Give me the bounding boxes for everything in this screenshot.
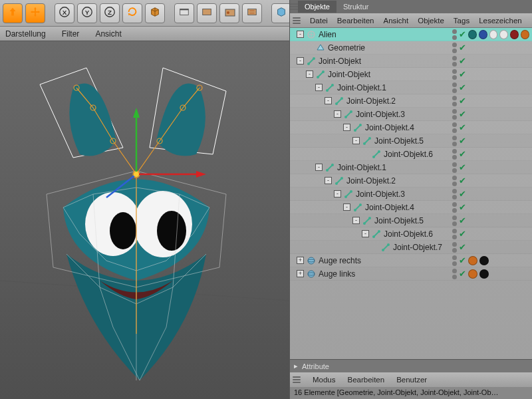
tree-row[interactable]: -Joint-Objekt.2✔ xyxy=(290,94,532,108)
visibility-dots[interactable] xyxy=(452,56,457,66)
enable-check-icon[interactable]: ✔ xyxy=(459,84,466,91)
enable-check-icon[interactable]: ✔ xyxy=(459,31,466,38)
tree-row[interactable]: -Joint-Objekt.5✔ xyxy=(290,214,532,227)
menu-datei[interactable]: Datei xyxy=(310,17,328,25)
enable-check-icon[interactable]: ✔ xyxy=(459,244,466,251)
visibility-dots[interactable] xyxy=(452,149,457,160)
toolbar-prim-button[interactable] xyxy=(271,3,291,23)
tree-row[interactable]: Geometrie✔ xyxy=(290,41,532,55)
enable-check-icon[interactable]: ✔ xyxy=(459,98,466,104)
tree-row[interactable]: -Joint-Objekt.1✔ xyxy=(290,81,532,94)
tab-objekte[interactable]: Objekte xyxy=(298,1,336,13)
attr-menu-modus[interactable]: Modus xyxy=(313,376,336,384)
visibility-dots[interactable] xyxy=(452,122,457,133)
tree-row[interactable]: -Joint-Objekt.4✔ xyxy=(290,121,532,134)
tag-icon[interactable] xyxy=(489,30,498,39)
enable-check-icon[interactable]: ✔ xyxy=(459,58,466,65)
expand-toggle[interactable]: - xyxy=(334,190,341,198)
tree-row[interactable]: -Joint-Objekt.3✔ xyxy=(290,188,532,201)
expand-toggle[interactable]: - xyxy=(306,70,313,78)
tree-row[interactable]: +Auge links✔ xyxy=(290,267,532,281)
tag-icon[interactable] xyxy=(479,256,489,265)
attr-menu-bearbeiten[interactable]: Bearbeiten xyxy=(348,376,385,384)
tree-row[interactable]: -Alien✔ xyxy=(290,28,532,41)
menu-tags[interactable]: Tags xyxy=(454,17,469,25)
visibility-dots[interactable] xyxy=(452,269,457,279)
enable-check-icon[interactable]: ✔ xyxy=(459,217,466,224)
tree-row[interactable]: Joint-Objekt.6✔ xyxy=(290,148,532,161)
enable-check-icon[interactable]: ✔ xyxy=(459,231,466,237)
menu-gripper-icon[interactable] xyxy=(293,17,301,24)
visibility-dots[interactable] xyxy=(452,215,457,226)
visibility-dots[interactable] xyxy=(452,189,457,200)
viewport-menu-item[interactable]: Ansicht xyxy=(95,29,121,39)
toolbar-rotate1-button[interactable] xyxy=(122,3,142,23)
toolbar-x-button[interactable]: X xyxy=(55,3,74,23)
visibility-dots[interactable] xyxy=(452,82,457,93)
tree-row[interactable]: -Joint-Objekt✔ xyxy=(290,55,532,68)
tree-row[interactable]: -Joint-Objekt.5✔ xyxy=(290,134,532,148)
enable-check-icon[interactable]: ✔ xyxy=(459,191,466,198)
expand-toggle[interactable]: - xyxy=(343,124,350,131)
expand-toggle[interactable]: - xyxy=(315,84,323,91)
visibility-dots[interactable] xyxy=(452,69,457,80)
expand-toggle[interactable]: - xyxy=(315,164,323,171)
tag-icon[interactable] xyxy=(499,30,508,39)
enable-check-icon[interactable]: ✔ xyxy=(459,164,466,171)
tag-icon[interactable] xyxy=(468,269,477,279)
tree-row[interactable]: -Joint-Objekt.3✔ xyxy=(290,108,532,121)
expand-toggle[interactable]: - xyxy=(343,203,350,211)
toolbar-up-button[interactable] xyxy=(3,3,23,23)
tag-icon[interactable] xyxy=(468,256,477,265)
expand-toggle[interactable]: - xyxy=(362,230,369,237)
tag-icon[interactable] xyxy=(510,30,519,39)
tag-icon[interactable] xyxy=(479,269,489,279)
tree-row[interactable]: -Joint-Objekt✔ xyxy=(290,68,532,81)
panel-gripper-icon[interactable] xyxy=(290,3,298,10)
enable-check-icon[interactable]: ✔ xyxy=(459,111,466,118)
visibility-dots[interactable] xyxy=(452,255,457,266)
object-tree[interactable]: -Alien✔Geometrie✔-Joint-Objekt✔-Joint-Ob… xyxy=(290,28,532,359)
enable-check-icon[interactable]: ✔ xyxy=(459,124,466,131)
visibility-dots[interactable] xyxy=(452,229,457,239)
viewport-menu-item[interactable]: Darstellung xyxy=(5,29,46,39)
3d-viewport[interactable] xyxy=(0,41,289,399)
toolbar-y-button[interactable]: Y xyxy=(77,3,97,23)
toolbar-move-button[interactable] xyxy=(25,3,45,23)
enable-check-icon[interactable]: ✔ xyxy=(459,138,466,144)
tree-row[interactable]: Joint-Objekt.7✔ xyxy=(290,241,532,254)
visibility-dots[interactable] xyxy=(452,96,457,106)
expand-toggle[interactable]: - xyxy=(325,177,332,184)
attributes-header[interactable]: ▸ Attribute xyxy=(290,359,532,372)
enable-check-icon[interactable]: ✔ xyxy=(459,178,466,184)
tree-row[interactable]: +Auge rechts✔ xyxy=(290,254,532,267)
visibility-dots[interactable] xyxy=(452,176,457,186)
enable-check-icon[interactable]: ✔ xyxy=(459,204,466,211)
visibility-dots[interactable] xyxy=(452,242,457,253)
tree-row[interactable]: -Joint-Objekt.4✔ xyxy=(290,201,532,214)
expand-toggle[interactable]: - xyxy=(297,57,304,65)
tree-row[interactable]: -Joint-Objekt.2✔ xyxy=(290,174,532,188)
expand-toggle[interactable]: + xyxy=(297,257,304,264)
tree-row[interactable]: -Joint-Objekt.1✔ xyxy=(290,161,532,174)
visibility-dots[interactable] xyxy=(452,162,457,173)
toolbar-film4-button[interactable] xyxy=(242,3,262,23)
visibility-dots[interactable] xyxy=(452,43,457,53)
attr-menu-benutzer[interactable]: Benutzer xyxy=(396,376,427,384)
enable-check-icon[interactable]: ✔ xyxy=(459,45,466,51)
expand-toggle[interactable]: - xyxy=(334,110,341,118)
toolbar-z-button[interactable]: Z xyxy=(100,3,120,23)
visibility-dots[interactable] xyxy=(452,202,457,213)
tree-row[interactable]: -Joint-Objekt.6✔ xyxy=(290,227,532,241)
tab-struktur[interactable]: Struktur xyxy=(336,1,376,13)
expand-toggle[interactable]: - xyxy=(325,97,332,104)
expand-toggle[interactable]: - xyxy=(352,217,360,224)
expand-toggle[interactable]: + xyxy=(297,270,304,277)
enable-check-icon[interactable]: ✔ xyxy=(459,271,466,277)
tag-icon[interactable] xyxy=(521,30,529,39)
enable-check-icon[interactable]: ✔ xyxy=(459,257,466,264)
toolbar-cube-button[interactable] xyxy=(145,3,165,23)
enable-check-icon[interactable]: ✔ xyxy=(459,151,466,158)
visibility-dots[interactable] xyxy=(452,29,457,40)
expand-toggle[interactable]: - xyxy=(352,137,360,144)
